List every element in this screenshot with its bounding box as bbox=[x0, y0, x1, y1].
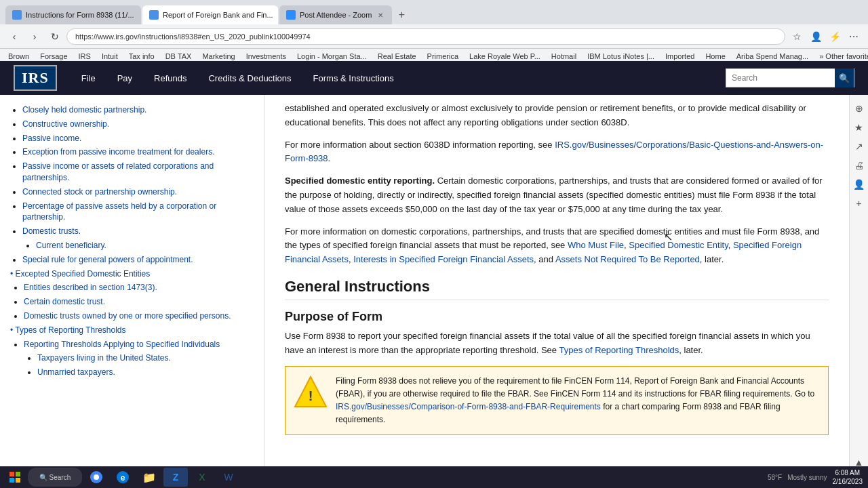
sidebar-link-reporting-thresholds[interactable]: Reporting Thresholds Applying to Specifi… bbox=[24, 340, 220, 349]
nav-forms-instructions[interactable]: Forms & Instructions bbox=[302, 61, 405, 95]
more-info-paragraph: For more information on domestic corpora… bbox=[285, 225, 829, 267]
nav-pay[interactable]: Pay bbox=[106, 61, 143, 95]
assets-not-required-link[interactable]: Assets Not Required To Be Reported bbox=[555, 254, 700, 264]
zoom-in-icon[interactable]: ⊕ bbox=[852, 102, 866, 115]
caution-box: ! Filing Form 8938 does not relieve you … bbox=[285, 366, 829, 436]
sidebar-link-unmarried[interactable]: Unmarried taxpayers. bbox=[37, 367, 115, 377]
navigation-bar: ‹ › ↻ https://www.irs.gov/instructions/i… bbox=[0, 24, 868, 49]
sidebar-link-closely-held[interactable]: Closely held domestic partnership. bbox=[22, 105, 146, 115]
specified-domestic-entity-link[interactable]: Specified Domestic Entity bbox=[629, 240, 728, 250]
sidebar-link-current-beneficiary[interactable]: Current beneficiary. bbox=[36, 241, 106, 250]
bookmark-other[interactable]: » Other favorites bbox=[816, 52, 868, 61]
bookmark-brown[interactable]: Brown bbox=[5, 52, 32, 61]
bookmark-irs[interactable]: IRS bbox=[76, 52, 94, 61]
tab-2[interactable]: Report of Foreign Bank and Fin... ✕ bbox=[142, 5, 278, 24]
bookmark-home[interactable]: Home bbox=[703, 52, 728, 61]
tab1-close[interactable]: ✕ bbox=[138, 10, 141, 20]
address-text: https://www.irs.gov/instructions/i8938#e… bbox=[75, 33, 311, 41]
taskbar-excel[interactable]: X bbox=[190, 468, 214, 487]
new-tab-button[interactable]: + bbox=[393, 7, 410, 23]
bookmark-marketing[interactable]: Marketing bbox=[199, 52, 237, 61]
specified-domestic-label: Specified domestic entity reporting. bbox=[285, 176, 435, 186]
sidebar-link-entities-section[interactable]: Entities described in section 1473(3). bbox=[24, 283, 157, 292]
bookmark-ibm[interactable]: IBM Lotus iNotes |... bbox=[585, 52, 657, 61]
taskbar-search[interactable]: 🔍 Search bbox=[28, 468, 82, 487]
share-icon[interactable]: ↗ bbox=[852, 140, 866, 153]
tab3-close[interactable]: ✕ bbox=[376, 10, 385, 20]
bookmark-button[interactable]: ☆ bbox=[788, 28, 806, 45]
bookmark-primerica[interactable]: Primerica bbox=[425, 52, 461, 61]
interests-in-link[interactable]: Interests in Specified Foreign Financial… bbox=[353, 254, 534, 264]
caution-icon: ! bbox=[294, 375, 328, 409]
print-icon[interactable]: 🖨 bbox=[852, 159, 866, 172]
tab-1[interactable]: Instructions for Form 8938 (11/... ✕ bbox=[5, 5, 141, 24]
nav-credits-deductions[interactable]: Credits & Deductions bbox=[197, 61, 302, 95]
svg-rect-3 bbox=[16, 472, 20, 476]
sidebar-link-certain-domestic[interactable]: Certain domestic trust. bbox=[24, 297, 105, 306]
sidebar-link-domestic-trusts[interactable]: Domestic trusts. bbox=[22, 226, 81, 236]
sidebar-link-types-thresholds[interactable]: • Types of Reporting Thresholds bbox=[10, 325, 126, 335]
sidebar-link-constructive[interactable]: Constructive ownership. bbox=[22, 119, 109, 129]
bookmark-ariba[interactable]: Ariba Spend Manag... bbox=[734, 52, 811, 61]
tab3-label: Post Attendee - Zoom bbox=[300, 11, 372, 19]
bookmark-imported[interactable]: Imported bbox=[663, 52, 697, 61]
sidebar-link-exception[interactable]: Exception from passive income treatment … bbox=[22, 147, 214, 157]
caution-text: Filing Form 8938 does not relieve you of… bbox=[336, 375, 820, 427]
bookmark-forsage[interactable]: Forsage bbox=[37, 52, 70, 61]
tab2-close[interactable]: ✕ bbox=[277, 10, 278, 20]
sidebar-link-special-rule[interactable]: Special rule for general powers of appoi… bbox=[22, 255, 193, 264]
irs-logo: IRS bbox=[14, 65, 57, 91]
plus-icon[interactable]: + bbox=[852, 197, 866, 210]
search-input[interactable] bbox=[726, 73, 835, 83]
who-must-file-link[interactable]: Who Must File bbox=[568, 240, 624, 250]
bookmark-realestate[interactable]: Real Estate bbox=[375, 52, 419, 61]
bookmark-hotmail[interactable]: Hotmail bbox=[549, 52, 579, 61]
taskbar-zoom[interactable]: Z bbox=[163, 468, 188, 487]
bookmark-icon[interactable]: ★ bbox=[852, 121, 866, 134]
user-icon[interactable]: 👤 bbox=[852, 178, 866, 191]
sidebar-link-percentage[interactable]: Percentage of passive assets held by a c… bbox=[22, 201, 216, 222]
bookmark-investments[interactable]: Investments bbox=[243, 52, 289, 61]
svg-rect-4 bbox=[9, 478, 14, 483]
bookmark-intuit[interactable]: Intuit bbox=[99, 52, 121, 61]
start-button[interactable] bbox=[5, 468, 24, 487]
bookmark-login[interactable]: Login - Morgan Sta... bbox=[294, 52, 370, 61]
irs-header: IRS File Pay Refunds Credits & Deduction… bbox=[0, 61, 868, 95]
extensions-button[interactable]: ⚡ bbox=[826, 28, 844, 45]
tab1-favicon bbox=[12, 10, 22, 20]
forward-button[interactable]: › bbox=[26, 28, 43, 45]
taskbar-chrome[interactable] bbox=[84, 468, 108, 487]
sidebar-link-excepted[interactable]: • Excepted Specified Domestic Entities bbox=[10, 269, 150, 279]
bookmark-lake[interactable]: Lake Royale Web P... bbox=[467, 52, 543, 61]
profile-button[interactable]: 👤 bbox=[807, 28, 825, 45]
sidebar-link-passive[interactable]: Passive income. bbox=[22, 134, 81, 143]
tab2-label: Report of Foreign Bank and Fin... bbox=[163, 11, 273, 19]
nav-file[interactable]: File bbox=[71, 61, 106, 95]
taskbar: 🔍 Search e 📁 Z X W 58°F bbox=[0, 466, 868, 488]
search-button[interactable]: 🔍 bbox=[835, 68, 854, 87]
address-bar[interactable]: https://www.irs.gov/instructions/i8938#e… bbox=[66, 28, 785, 45]
purpose-of-form-heading: Purpose of Form bbox=[285, 310, 829, 324]
taskbar-edge[interactable]: e bbox=[111, 468, 135, 487]
back-button[interactable]: ‹ bbox=[5, 28, 23, 45]
sidebar-link-taxpayers-us[interactable]: Taxpayers living in the United States. bbox=[37, 353, 171, 363]
irs-basic-questions-link[interactable]: IRS.gov/Businesses/Corporations/Basic-Qu… bbox=[285, 140, 823, 164]
nav-refunds[interactable]: Refunds bbox=[143, 61, 197, 95]
tab-3[interactable]: Post Attendee - Zoom ✕ bbox=[279, 5, 392, 24]
sidebar-link-connected[interactable]: Connected stock or partnership ownership… bbox=[22, 187, 177, 197]
tab1-label: Instructions for Form 8938 (11/... bbox=[26, 11, 134, 19]
sidebar-link-domestic-trusts-owned[interactable]: Domestic trusts owned by one or more spe… bbox=[24, 311, 231, 321]
taskbar-word[interactable]: W bbox=[216, 468, 241, 487]
reload-button[interactable]: ↻ bbox=[46, 28, 64, 45]
svg-point-7 bbox=[94, 474, 99, 480]
bookmark-dbtax[interactable]: DB TAX bbox=[163, 52, 195, 61]
sidebar-link-passive-assets[interactable]: Passive income or assets of related corp… bbox=[22, 161, 214, 182]
menu-button[interactable]: ⋯ bbox=[845, 28, 863, 45]
types-reporting-link[interactable]: Types of Reporting Thresholds bbox=[559, 345, 679, 355]
taskbar-file-explorer[interactable]: 📁 bbox=[137, 468, 161, 487]
bookmark-taxinfo[interactable]: Tax info bbox=[126, 52, 157, 61]
general-instructions-heading: General Instructions bbox=[285, 278, 829, 300]
specified-domestic-paragraph: Specified domestic entity reporting. Cer… bbox=[285, 174, 829, 216]
date-display: 2/16/2023 bbox=[833, 477, 863, 486]
fbar-comparison-link[interactable]: IRS.gov/Businesses/Comparison-of-Form-89… bbox=[336, 402, 601, 411]
